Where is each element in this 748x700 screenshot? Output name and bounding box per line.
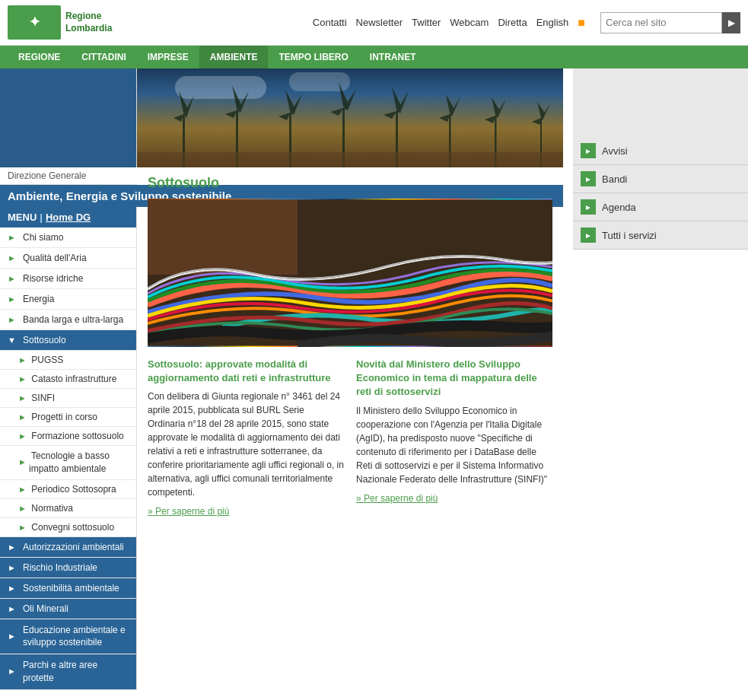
submenu-tecnologie[interactable]: ► Tecnologie a basso impatto ambientale <box>0 446 136 480</box>
news-1-readmore[interactable]: Per saperne di più <box>148 506 229 517</box>
svg-text:✦: ✦ <box>29 14 40 30</box>
menu-item-rischio[interactable]: ► Rischio Industriale <box>0 558 136 578</box>
home-dg-link[interactable]: Home DG <box>46 212 91 223</box>
arrow-icon: ► <box>581 199 596 215</box>
svg-marker-5 <box>173 114 184 122</box>
menu-item-energia[interactable]: ► Energia <box>0 289 136 310</box>
news-2-title: Novità dal Ministero dello Sviluppo Econ… <box>356 358 552 399</box>
search-input[interactable] <box>600 12 722 33</box>
center-area: Sottosuolo <box>137 68 573 690</box>
svg-marker-17 <box>330 108 344 116</box>
webcam-link[interactable]: Webcam <box>450 17 489 28</box>
arrow-icon: ► <box>581 171 596 186</box>
menu-item-sottosuolo[interactable]: ▼ Sottosuolo <box>0 330 136 351</box>
body-layout: Direzione Generale Ambiente, Energia e S… <box>0 68 748 690</box>
page-title: Sottosuolo <box>148 175 552 191</box>
search-form: ▶ <box>600 12 740 33</box>
nav-cittadini[interactable]: CITTADINI <box>71 46 136 68</box>
twitter-link[interactable]: Twitter <box>412 17 441 28</box>
news-2-readmore[interactable]: Per saperne di più <box>356 493 438 504</box>
nav-intranet[interactable]: INTRANET <box>359 46 427 68</box>
menu-item-qualita[interactable]: ► Qualità dell'Aria <box>0 248 136 269</box>
logo-box[interactable]: ✦ <box>8 5 61 40</box>
dept-header: Direzione Generale Ambiente, Energia e S… <box>0 167 137 207</box>
arrow-icon: ► <box>8 563 18 572</box>
right-sidebar-servizi[interactable]: ► Tutti i servizi <box>573 221 748 250</box>
nav-ambiente[interactable]: AMBIENTE <box>199 46 269 68</box>
main-nav: REGIONE CITTADINI IMPRESE AMBIENTE TEMPO… <box>0 46 748 68</box>
arrow-icon: ► <box>8 604 18 613</box>
english-link[interactable]: English <box>536 17 569 28</box>
rss-icon[interactable]: ■ <box>578 16 585 30</box>
arrow-icon: ► <box>18 457 29 468</box>
left-sidebar: Direzione Generale Ambiente, Energia e S… <box>0 68 137 690</box>
news-1-body: Con delibera di Giunta regionale n° 3461… <box>148 390 344 499</box>
arrow-icon: ► <box>8 584 18 593</box>
right-sidebar-agenda[interactable]: ► Agenda <box>573 193 748 221</box>
logo-text: Regione Lombardia <box>65 11 112 34</box>
arrow-icon: ► <box>8 294 18 304</box>
submenu-catasto[interactable]: ► Catasto infrastrutture <box>0 370 136 389</box>
right-sidebar-avvisi[interactable]: ► Avvisi <box>573 137 748 165</box>
svg-rect-34 <box>137 152 563 167</box>
svg-marker-25 <box>439 114 450 122</box>
menu-item-chi-siamo[interactable]: ► Chi siamo <box>0 228 136 248</box>
menu-item-educazione[interactable]: ► Educazione ambientale e sviluppo soste… <box>0 619 136 655</box>
right-sidebar-bandi[interactable]: ► Bandi <box>573 165 748 193</box>
arrow-icon: ► <box>581 228 596 243</box>
arrow-icon: ► <box>8 274 18 283</box>
submenu-progetti[interactable]: ► Progetti in corso <box>0 408 136 427</box>
hero-image <box>137 68 563 167</box>
menu-item-risorse[interactable]: ► Risorse idriche <box>0 269 136 289</box>
submenu-normativa[interactable]: ► Normativa <box>0 499 136 518</box>
svg-marker-9 <box>225 110 237 118</box>
top-bar: ✦ Regione Lombardia Contatti Newsletter … <box>0 0 748 46</box>
nav-imprese[interactable]: IMPRESE <box>137 46 199 68</box>
arrow-icon: ► <box>18 504 29 513</box>
content-image <box>148 199 552 347</box>
search-button[interactable]: ▶ <box>722 12 740 33</box>
hero-spacer <box>0 68 136 167</box>
submenu-convegni[interactable]: ► Convegni sottosuolo <box>0 518 136 537</box>
arrow-icon: ► <box>8 666 18 677</box>
arrow-down-icon: ▼ <box>8 336 18 345</box>
news-2-body: Il Ministero dello Sviluppo Economico in… <box>356 404 552 486</box>
arrow-icon: ► <box>8 253 18 262</box>
submenu-formazione[interactable]: ► Formazione sottosuolo <box>0 427 136 446</box>
top-nav-links: Contatti Newsletter Twitter Webcam Diret… <box>313 12 740 33</box>
arrow-icon: ► <box>8 631 18 642</box>
menu-item-oli[interactable]: ► Oli Minerali <box>0 599 136 619</box>
news-item-2: Novità dal Ministero dello Sviluppo Econ… <box>356 358 552 517</box>
arrow-icon: ► <box>581 143 596 158</box>
diretta-link[interactable]: Diretta <box>498 17 527 28</box>
arrow-icon: ► <box>8 542 18 552</box>
menu-item-autorizzazioni[interactable]: ► Autorizzazioni ambientali <box>0 537 136 558</box>
nav-regione[interactable]: REGIONE <box>8 46 71 68</box>
right-sidebar: ► Avvisi ► Bandi ► Agenda ► Tutti i serv… <box>573 137 748 250</box>
dept-label: Direzione Generale <box>0 167 137 185</box>
menu-item-sostenibilita[interactable]: ► Sostenibilità ambientale <box>0 578 136 599</box>
menu-item-parchi[interactable]: ► Parchi e altre aree protette <box>0 654 136 690</box>
news-1-title: Sottosuolo: approvate modalità di aggior… <box>148 358 344 385</box>
nav-tempo-libero[interactable]: TEMPO LIBERO <box>268 46 358 68</box>
arrow-icon: ► <box>8 233 18 242</box>
logo-area: ✦ Regione Lombardia <box>8 5 112 40</box>
svg-marker-21 <box>384 111 397 119</box>
arrow-icon: ► <box>18 412 29 422</box>
news-grid: Sottosuolo: approvate modalità di aggior… <box>148 358 552 517</box>
submenu-periodico[interactable]: ► Periodico Sottosopra <box>0 480 136 499</box>
main-content: Sottosuolo <box>137 167 563 690</box>
newsletter-link[interactable]: Newsletter <box>356 17 403 28</box>
submenu-pugss[interactable]: ► PUGSS <box>0 351 136 370</box>
arrow-icon: ► <box>18 523 29 532</box>
right-panel: ► Avvisi ► Bandi ► Agenda ► Tutti i serv… <box>573 68 748 690</box>
news-item-1: Sottosuolo: approvate modalità di aggior… <box>148 358 344 517</box>
menu-item-banda[interactable]: ► Banda larga e ultra-larga <box>0 310 136 330</box>
arrow-icon: ► <box>18 485 29 494</box>
svg-marker-33 <box>532 118 541 125</box>
arrow-icon: ► <box>8 315 18 324</box>
contatti-link[interactable]: Contatti <box>313 17 347 28</box>
submenu-sinfi[interactable]: ► SINFI <box>0 389 136 408</box>
menu-label: MENU <box>8 212 37 223</box>
arrow-icon: ► <box>18 355 29 364</box>
